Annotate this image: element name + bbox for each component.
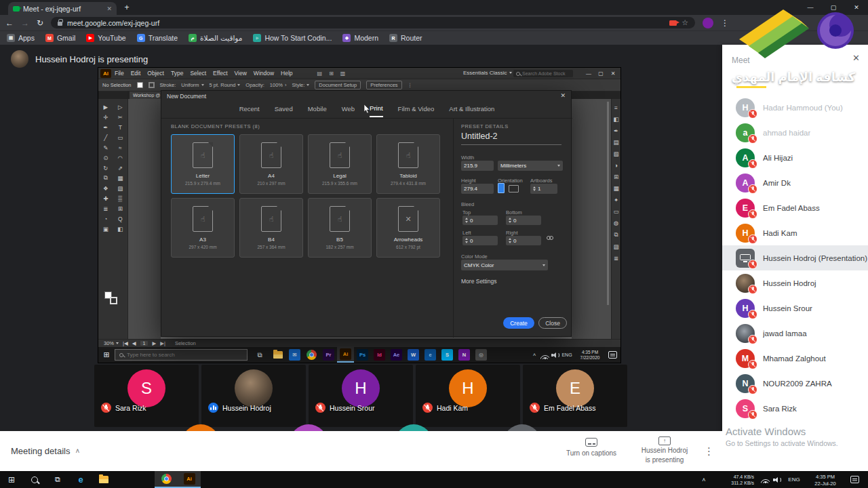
spin-up-icon[interactable] (533, 186, 536, 188)
new-tab-button[interactable]: + (121, 1, 133, 14)
preset-card[interactable]: ☝A3297 x 420 mm (171, 198, 235, 258)
dialog-close-icon[interactable]: ✕ (560, 92, 566, 99)
panel-icon[interactable]: ▦ (613, 185, 618, 192)
spin-down-icon[interactable] (509, 221, 511, 223)
participant-row[interactable]: MMhamad Zalghout (722, 346, 868, 371)
taskbar-app-onenote[interactable]: N (456, 347, 473, 363)
tool-icon[interactable]: ▦ (113, 174, 128, 182)
stroke-color-swatch[interactable] (110, 297, 117, 304)
taskbar-app-file-explorer[interactable] (92, 471, 115, 488)
tool-icon[interactable]: ▭ (113, 133, 128, 142)
prev-artboard-button[interactable]: ◀ (132, 340, 136, 346)
filmstrip-tile[interactable]: E Em Fadel Abass (523, 365, 627, 427)
action-center-icon[interactable] (608, 351, 617, 359)
taskbar-app-edge[interactable]: e (69, 471, 92, 488)
panel-icon[interactable]: ⧉ (614, 231, 618, 239)
preset-card[interactable]: ☝Legal215.9 x 355.6 mm (308, 134, 372, 194)
tool-icon[interactable]: ▨ (113, 184, 128, 192)
language-indicator[interactable]: ENG (785, 471, 803, 488)
color-mode-select[interactable]: CMYK Color (461, 260, 548, 270)
tool-icon[interactable]: ❖ (98, 184, 113, 192)
tool-icon[interactable]: ▷ (113, 102, 128, 111)
panel-icon[interactable]: ◍ (614, 220, 618, 226)
height-input[interactable]: 279.4 (461, 184, 494, 194)
volume-icon[interactable] (551, 352, 559, 359)
wifi-icon[interactable] (540, 352, 549, 359)
fill-swatch[interactable] (137, 82, 143, 88)
profile-avatar[interactable] (703, 18, 713, 28)
taskbar-app-mail[interactable]: ✉ (286, 347, 303, 363)
clock[interactable]: 4:35 PM 22-Jul-20 (806, 474, 845, 487)
participant-row[interactable]: AAmir Dk (722, 170, 868, 195)
more-options-kebab-icon[interactable]: ⋮ (408, 82, 413, 88)
tool-icon[interactable]: Q (113, 214, 128, 223)
forward-button[interactable]: → (21, 18, 29, 28)
layout-icon[interactable]: ▥ (337, 70, 349, 77)
filmstrip-tile[interactable]: Hussein Hodroj (201, 365, 306, 427)
create-button[interactable]: Create (503, 317, 534, 329)
document-setup-button[interactable]: Document Setup (315, 81, 361, 89)
stroke-weight-dropdown[interactable]: Uniform (181, 82, 203, 88)
panel-icon[interactable]: ≣ (614, 255, 618, 262)
bookmark-item[interactable]: MGmail (45, 34, 75, 42)
participant-row[interactable]: Hussein Hodroj (722, 270, 868, 296)
dialog-tab[interactable]: Recent (239, 101, 260, 117)
workspace-switcher[interactable]: Essentials Classic (463, 70, 512, 76)
bookmark-item[interactable]: RRouter (389, 34, 422, 42)
tool-icon[interactable]: ✂ (113, 113, 128, 121)
preset-card[interactable]: ☝Tabloid279.4 x 431.8 mm (376, 134, 440, 194)
spin-up-icon[interactable] (509, 218, 511, 220)
preset-card[interactable]: ☝Letter215.9 x 279.4 mm (171, 134, 235, 194)
spin-up-icon[interactable] (465, 218, 468, 220)
taskbar-search[interactable] (115, 349, 248, 361)
bleed-right-stepper[interactable]: 0 (506, 236, 541, 245)
panel-icon[interactable]: ◧ (613, 116, 618, 123)
menu-item[interactable]: Select (186, 70, 210, 77)
style-dropdown[interactable]: Style: (292, 82, 310, 88)
task-view-button[interactable]: ⧉ (252, 347, 268, 363)
stroke-swatch[interactable] (149, 82, 155, 88)
browser-tab[interactable]: Meet - exj-jqeg-urf ✕ (8, 2, 117, 15)
tool-icon[interactable]: ◧ (113, 224, 128, 233)
tool-icon[interactable]: ⇗ (113, 163, 128, 172)
menu-item[interactable]: Effect (210, 70, 231, 77)
spin-down-icon[interactable] (533, 189, 536, 191)
dialog-tab[interactable]: Art & Illustration (449, 101, 494, 117)
panel-icon[interactable]: ▭ (613, 208, 618, 215)
wifi-icon[interactable] (761, 476, 770, 483)
close-button[interactable]: Close (538, 317, 567, 329)
taskbar-app-chrome-active[interactable] (155, 471, 178, 488)
taskbar-app-word[interactable]: W (405, 347, 422, 363)
taskbar-app-after-effects[interactable]: Ae (388, 347, 405, 363)
participant-row[interactable]: SSara Rizk (722, 396, 868, 421)
meeting-details-button[interactable]: Meeting details ˄ (11, 431, 79, 471)
unit-select[interactable]: Millimeters (498, 161, 563, 171)
participant-row[interactable]: jawad lamaa (722, 321, 868, 346)
taskbar-app-chrome[interactable] (303, 347, 320, 363)
tool-icon[interactable]: ≣ (98, 204, 113, 213)
panel-icon[interactable]: ◑ (614, 162, 618, 169)
dialog-tab-active[interactable]: Print (370, 100, 383, 117)
volume-icon[interactable] (773, 476, 781, 483)
url-input[interactable] (67, 19, 665, 27)
tool-icon[interactable]: ≈ (113, 143, 128, 152)
back-button[interactable]: ← (5, 18, 14, 28)
bookmark-star-icon[interactable]: ☆ (682, 18, 688, 27)
menu-item[interactable]: File (111, 70, 127, 77)
tab-close-icon[interactable]: ✕ (106, 5, 112, 12)
tool-icon[interactable]: ▶ (98, 102, 113, 111)
taskbar-app-edge[interactable]: e (422, 347, 439, 363)
presenting-status[interactable]: ↑ Hussein Hodroj is presenting (629, 436, 700, 464)
taskbar-app-file-explorer[interactable] (269, 347, 286, 363)
zoom-dropdown[interactable]: 30% (104, 340, 119, 346)
taskbar-app-indesign[interactable]: Id (371, 347, 388, 363)
network-speed-indicator[interactable]: 47.4 KB/s 311.2 KB/s (712, 474, 754, 486)
menu-item[interactable]: Object (144, 70, 167, 77)
link-bleed-icon[interactable] (547, 236, 553, 240)
tool-icon[interactable]: ✒ (98, 123, 113, 131)
artboard-number-field[interactable]: 1 (140, 341, 149, 346)
bookmark-item[interactable]: ممواقيت الصلاة (189, 34, 242, 42)
menu-item[interactable]: Help (277, 70, 296, 77)
preset-card[interactable]: ☝B5182 x 257 mm (308, 198, 372, 258)
bookmark-item[interactable]: ▦Apps (7, 34, 35, 42)
